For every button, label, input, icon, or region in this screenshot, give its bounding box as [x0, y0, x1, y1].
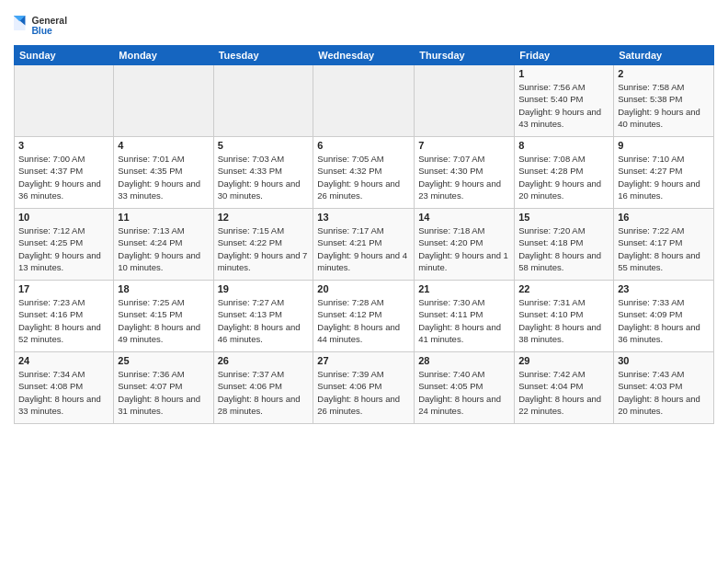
- day-number: 16: [618, 212, 710, 223]
- day-number: 5: [218, 140, 310, 151]
- day-cell: 26Sunrise: 7:37 AM Sunset: 4:06 PM Dayli…: [213, 352, 313, 424]
- day-number: 7: [418, 140, 510, 151]
- day-number: 29: [518, 355, 609, 366]
- day-number: 28: [418, 355, 510, 366]
- day-number: 19: [218, 283, 310, 294]
- day-cell: 5Sunrise: 7:03 AM Sunset: 4:33 PM Daylig…: [213, 137, 313, 209]
- day-number: 6: [317, 140, 410, 151]
- day-info: Sunrise: 7:01 AM Sunset: 4:35 PM Dayligh…: [118, 153, 209, 201]
- week-row-1: 3Sunrise: 7:00 AM Sunset: 4:37 PM Daylig…: [15, 137, 714, 209]
- day-number: 15: [518, 212, 609, 223]
- day-number: 24: [18, 355, 109, 366]
- day-number: 3: [18, 140, 109, 151]
- main-container: GeneralBlue SundayMondayTuesdayWednesday…: [0, 0, 728, 429]
- day-cell: 8Sunrise: 7:08 AM Sunset: 4:28 PM Daylig…: [515, 137, 614, 209]
- day-info: Sunrise: 7:15 AM Sunset: 4:22 PM Dayligh…: [218, 224, 310, 273]
- day-cell: [15, 65, 114, 137]
- day-info: Sunrise: 7:33 AM Sunset: 4:09 PM Dayligh…: [618, 296, 710, 345]
- day-cell: 27Sunrise: 7:39 AM Sunset: 4:06 PM Dayli…: [313, 352, 415, 424]
- day-cell: 10Sunrise: 7:12 AM Sunset: 4:25 PM Dayli…: [15, 209, 114, 281]
- day-info: Sunrise: 7:17 AM Sunset: 4:21 PM Dayligh…: [317, 224, 410, 273]
- day-cell: 29Sunrise: 7:42 AM Sunset: 4:04 PM Dayli…: [515, 352, 614, 424]
- day-cell: 24Sunrise: 7:34 AM Sunset: 4:08 PM Dayli…: [15, 352, 114, 424]
- day-cell: 21Sunrise: 7:30 AM Sunset: 4:11 PM Dayli…: [415, 281, 515, 352]
- day-cell: 9Sunrise: 7:10 AM Sunset: 4:27 PM Daylig…: [614, 137, 714, 209]
- weekday-header-tuesday: Tuesday: [213, 46, 313, 65]
- day-cell: 22Sunrise: 7:31 AM Sunset: 4:10 PM Dayli…: [515, 281, 614, 352]
- day-info: Sunrise: 7:20 AM Sunset: 4:18 PM Dayligh…: [518, 224, 609, 273]
- week-row-3: 17Sunrise: 7:23 AM Sunset: 4:16 PM Dayli…: [15, 281, 714, 352]
- day-number: 18: [118, 283, 209, 294]
- day-info: Sunrise: 7:25 AM Sunset: 4:15 PM Dayligh…: [118, 296, 209, 345]
- day-number: 14: [418, 212, 510, 223]
- day-cell: 12Sunrise: 7:15 AM Sunset: 4:22 PM Dayli…: [213, 209, 313, 281]
- day-cell: 20Sunrise: 7:28 AM Sunset: 4:12 PM Dayli…: [313, 281, 415, 352]
- day-info: Sunrise: 7:05 AM Sunset: 4:32 PM Dayligh…: [317, 153, 410, 201]
- day-cell: 2Sunrise: 7:58 AM Sunset: 5:38 PM Daylig…: [614, 65, 714, 137]
- day-number: 4: [118, 140, 209, 151]
- day-info: Sunrise: 7:56 AM Sunset: 5:40 PM Dayligh…: [518, 81, 609, 130]
- week-row-4: 24Sunrise: 7:34 AM Sunset: 4:08 PM Dayli…: [15, 352, 714, 424]
- day-info: Sunrise: 7:18 AM Sunset: 4:20 PM Dayligh…: [418, 224, 510, 273]
- weekday-header-thursday: Thursday: [415, 46, 515, 65]
- day-cell: [114, 65, 213, 137]
- day-number: 27: [317, 355, 410, 366]
- weekday-header-sunday: Sunday: [15, 46, 114, 65]
- weekday-header-row: SundayMondayTuesdayWednesdayThursdayFrid…: [15, 46, 714, 65]
- day-number: 26: [218, 355, 310, 366]
- day-cell: 15Sunrise: 7:20 AM Sunset: 4:18 PM Dayli…: [515, 209, 614, 281]
- weekday-header-wednesday: Wednesday: [313, 46, 415, 65]
- day-info: Sunrise: 7:13 AM Sunset: 4:24 PM Dayligh…: [118, 224, 209, 273]
- week-row-0: 1Sunrise: 7:56 AM Sunset: 5:40 PM Daylig…: [15, 65, 714, 137]
- day-number: 12: [218, 212, 310, 223]
- day-number: 21: [418, 283, 510, 294]
- day-number: 20: [317, 283, 410, 294]
- day-number: 9: [618, 140, 710, 151]
- day-cell: 30Sunrise: 7:43 AM Sunset: 4:03 PM Dayli…: [614, 352, 714, 424]
- day-number: 17: [18, 283, 109, 294]
- day-info: Sunrise: 7:34 AM Sunset: 4:08 PM Dayligh…: [18, 368, 109, 417]
- day-info: Sunrise: 7:22 AM Sunset: 4:17 PM Dayligh…: [618, 224, 710, 273]
- day-number: 25: [118, 355, 209, 366]
- svg-text:General: General: [31, 16, 67, 26]
- day-cell: [415, 65, 515, 137]
- day-info: Sunrise: 7:28 AM Sunset: 4:12 PM Dayligh…: [317, 296, 410, 345]
- day-info: Sunrise: 7:03 AM Sunset: 4:33 PM Dayligh…: [218, 153, 310, 201]
- day-cell: 16Sunrise: 7:22 AM Sunset: 4:17 PM Dayli…: [614, 209, 714, 281]
- day-cell: 11Sunrise: 7:13 AM Sunset: 4:24 PM Dayli…: [114, 209, 213, 281]
- day-cell: 17Sunrise: 7:23 AM Sunset: 4:16 PM Dayli…: [15, 281, 114, 352]
- day-info: Sunrise: 7:12 AM Sunset: 4:25 PM Dayligh…: [18, 224, 109, 273]
- header: GeneralBlue: [14, 9, 714, 41]
- day-info: Sunrise: 7:58 AM Sunset: 5:38 PM Dayligh…: [618, 81, 710, 130]
- day-cell: 14Sunrise: 7:18 AM Sunset: 4:20 PM Dayli…: [415, 209, 515, 281]
- day-info: Sunrise: 7:39 AM Sunset: 4:06 PM Dayligh…: [317, 368, 410, 417]
- day-cell: 4Sunrise: 7:01 AM Sunset: 4:35 PM Daylig…: [114, 137, 213, 209]
- day-info: Sunrise: 7:23 AM Sunset: 4:16 PM Dayligh…: [18, 296, 109, 345]
- day-cell: 6Sunrise: 7:05 AM Sunset: 4:32 PM Daylig…: [313, 137, 415, 209]
- day-cell: 7Sunrise: 7:07 AM Sunset: 4:30 PM Daylig…: [415, 137, 515, 209]
- weekday-header-saturday: Saturday: [614, 46, 714, 65]
- day-number: 10: [18, 212, 109, 223]
- svg-text:Blue: Blue: [31, 26, 52, 36]
- day-number: 23: [618, 283, 710, 294]
- day-number: 22: [518, 283, 609, 294]
- calendar-table: SundayMondayTuesdayWednesdayThursdayFrid…: [14, 45, 714, 424]
- day-cell: 28Sunrise: 7:40 AM Sunset: 4:05 PM Dayli…: [415, 352, 515, 424]
- day-info: Sunrise: 7:40 AM Sunset: 4:05 PM Dayligh…: [418, 368, 510, 417]
- day-cell: [213, 65, 313, 137]
- weekday-header-monday: Monday: [114, 46, 213, 65]
- day-cell: 13Sunrise: 7:17 AM Sunset: 4:21 PM Dayli…: [313, 209, 415, 281]
- day-cell: [313, 65, 415, 137]
- day-number: 8: [518, 140, 609, 151]
- day-info: Sunrise: 7:00 AM Sunset: 4:37 PM Dayligh…: [18, 153, 109, 201]
- day-number: 2: [618, 68, 710, 79]
- day-cell: 23Sunrise: 7:33 AM Sunset: 4:09 PM Dayli…: [614, 281, 714, 352]
- logo: GeneralBlue: [14, 9, 97, 41]
- day-info: Sunrise: 7:27 AM Sunset: 4:13 PM Dayligh…: [218, 296, 310, 345]
- day-number: 13: [317, 212, 410, 223]
- logo-icon: GeneralBlue: [14, 9, 97, 41]
- day-info: Sunrise: 7:10 AM Sunset: 4:27 PM Dayligh…: [618, 153, 710, 201]
- day-cell: 18Sunrise: 7:25 AM Sunset: 4:15 PM Dayli…: [114, 281, 213, 352]
- day-cell: 1Sunrise: 7:56 AM Sunset: 5:40 PM Daylig…: [515, 65, 614, 137]
- day-info: Sunrise: 7:36 AM Sunset: 4:07 PM Dayligh…: [118, 368, 209, 417]
